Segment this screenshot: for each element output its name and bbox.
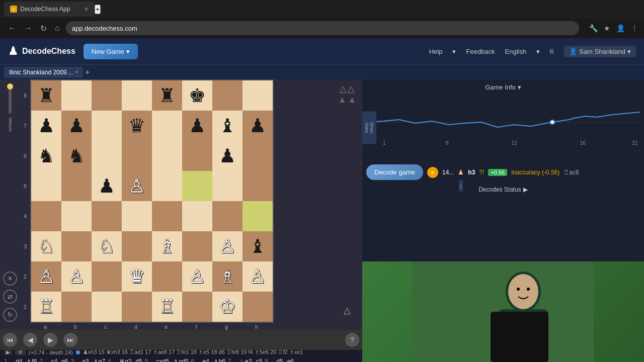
move-1-white[interactable]: d4: [14, 357, 24, 362]
square-h2[interactable]: ♙: [243, 261, 273, 292]
square-c6[interactable]: [92, 141, 122, 171]
help-link[interactable]: Help: [429, 48, 443, 55]
user-account-icon[interactable]: 👤: [616, 24, 625, 32]
square-d5[interactable]: ♙: [122, 171, 152, 201]
square-e7[interactable]: [152, 111, 182, 141]
new-game-button[interactable]: New Game ▾: [84, 44, 138, 59]
url-input[interactable]: [66, 21, 579, 35]
square-c7[interactable]: [92, 111, 122, 141]
game-tab[interactable]: Ilinic Shankland 2009.... ×: [4, 67, 83, 78]
first-move-button[interactable]: ⏮: [3, 333, 17, 347]
settings-button[interactable]: ↻: [3, 308, 17, 322]
square-h7[interactable]: ♟: [243, 111, 273, 141]
square-h8[interactable]: [243, 80, 273, 111]
engine-settings-button[interactable]: ⚙: [15, 350, 26, 355]
user-button[interactable]: 👤 Sam Shankland ▾: [564, 46, 636, 57]
square-b1[interactable]: [61, 292, 92, 322]
game-tab-close-icon[interactable]: ×: [75, 69, 78, 75]
square-c8[interactable]: [92, 80, 122, 111]
square-a8[interactable]: ♜: [31, 80, 61, 111]
square-b5[interactable]: [61, 171, 92, 201]
square-a7[interactable]: ♟: [31, 111, 61, 141]
next-move-button[interactable]: ▶: [43, 333, 57, 347]
prev-move-button[interactable]: ◀: [23, 333, 37, 347]
move-8-black[interactable]: e6: [286, 357, 295, 362]
square-f3[interactable]: [182, 231, 212, 261]
move-1-black[interactable]: ♗f6: [25, 357, 38, 362]
square-g8[interactable]: [212, 80, 243, 111]
square-d7[interactable]: ♛: [122, 111, 152, 141]
square-b3[interactable]: [61, 231, 92, 261]
new-tab-button[interactable]: +: [95, 5, 101, 14]
extensions-icon[interactable]: 🔧: [589, 24, 598, 32]
square-h5[interactable]: [243, 171, 273, 201]
cancel-move-button[interactable]: ✕: [3, 272, 17, 286]
square-a3[interactable]: ♘: [31, 231, 61, 261]
engine-toggle-button[interactable]: ▶: [4, 350, 12, 355]
move-3-black[interactable]: ♗g7: [92, 357, 107, 362]
square-f4[interactable]: [182, 201, 212, 231]
square-b7[interactable]: ♟: [61, 111, 92, 141]
move-2-white[interactable]: c4: [49, 357, 59, 362]
square-c1[interactable]: [92, 292, 122, 322]
eval-slider[interactable]: [9, 83, 12, 114]
square-g1[interactable]: ♔: [212, 292, 243, 322]
move-4-black[interactable]: d5: [134, 357, 144, 362]
last-move-button[interactable]: ⏭: [63, 333, 77, 347]
square-e8[interactable]: ♜: [152, 80, 182, 111]
square-b8[interactable]: [61, 80, 92, 111]
square-b6[interactable]: ♞: [61, 141, 92, 171]
square-a5[interactable]: [31, 171, 61, 201]
square-e5[interactable]: [152, 171, 182, 201]
square-e2[interactable]: [152, 261, 182, 292]
move-5-white[interactable]: cxd5: [155, 357, 171, 362]
square-d2[interactable]: ♛: [122, 261, 152, 292]
square-d4[interactable]: [122, 201, 152, 231]
square-a4[interactable]: [31, 201, 61, 231]
move-2-black[interactable]: g6: [60, 357, 69, 362]
square-g7[interactable]: ♝: [212, 111, 243, 141]
language-link[interactable]: English: [505, 48, 527, 55]
square-b4[interactable]: [61, 201, 92, 231]
square-d6[interactable]: [122, 141, 152, 171]
square-g5[interactable]: [212, 171, 243, 201]
menu-icon[interactable]: ⋮: [631, 24, 638, 32]
square-f7[interactable]: ♟: [182, 111, 212, 141]
forward-button[interactable]: →: [22, 22, 34, 35]
active-tab[interactable]: ♟ DecodeChess App ✕: [4, 2, 95, 17]
move-8-white[interactable]: d5: [275, 357, 284, 362]
square-f1[interactable]: [182, 292, 212, 322]
square-c2[interactable]: [92, 261, 122, 292]
back-button[interactable]: ←: [6, 22, 18, 35]
tab-close-button[interactable]: ✕: [84, 6, 89, 13]
square-g6[interactable]: ♟: [212, 141, 243, 171]
square-h6[interactable]: [243, 141, 273, 171]
square-h3[interactable]: ♝: [243, 231, 273, 261]
square-d1[interactable]: [122, 292, 152, 322]
panel-toggle-button[interactable]: ⟩: [459, 180, 463, 192]
decodes-status[interactable]: Decodes Status ▶: [362, 184, 644, 195]
square-c4[interactable]: [92, 201, 122, 231]
square-f6[interactable]: [182, 141, 212, 171]
square-g3[interactable]: ♙: [212, 231, 243, 261]
game-info-header[interactable]: Game Info ▾: [362, 79, 644, 95]
refresh-button[interactable]: ↻: [38, 22, 49, 35]
square-f5[interactable]: [182, 171, 212, 201]
show-stats-button[interactable]: Show Stats: [362, 112, 376, 144]
flip-board-button[interactable]: ⇄: [3, 290, 17, 304]
square-c3[interactable]: ♘: [92, 231, 122, 261]
square-e6[interactable]: [152, 141, 182, 171]
square-a2[interactable]: ♙: [31, 261, 61, 292]
square-e3[interactable]: ♗: [152, 231, 182, 261]
help-move-button[interactable]: ?: [345, 333, 359, 347]
bookmark-icon[interactable]: ★: [604, 24, 610, 32]
square-f2[interactable]: ♙: [182, 261, 212, 292]
decode-game-button[interactable]: Decode game: [366, 164, 423, 180]
square-a6[interactable]: ♞: [31, 141, 61, 171]
square-g4[interactable]: [212, 201, 243, 231]
add-tab-button[interactable]: +: [85, 68, 90, 77]
square-h4[interactable]: [243, 201, 273, 231]
square-h1[interactable]: [243, 292, 273, 322]
move-7-white[interactable]: ♘e2: [238, 357, 253, 362]
move-5-black[interactable]: ♗xd5: [172, 357, 190, 362]
